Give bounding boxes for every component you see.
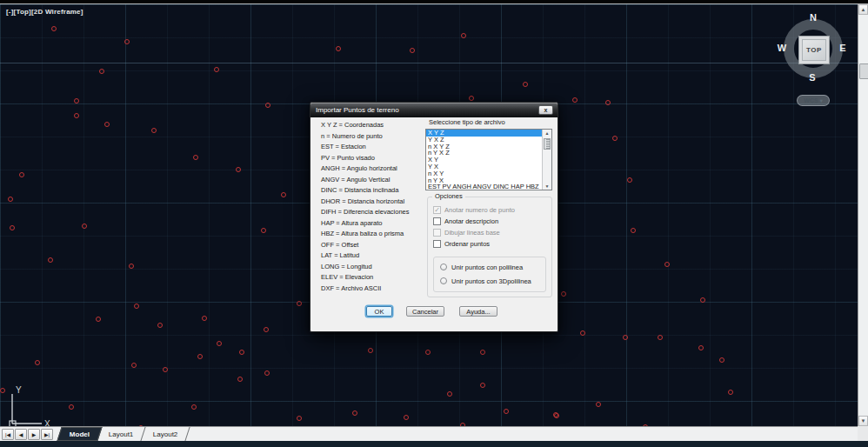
checkbox-label: Ordenar puntos: [444, 240, 490, 248]
viewcube-north-label[interactable]: N: [808, 12, 818, 23]
radio-label: Unir puntos con polilinea: [451, 264, 523, 271]
format-definition: HAP = Altura aparato: [321, 218, 424, 230]
checkbox-row[interactable]: Dibujar lineas base: [433, 228, 500, 237]
terrain-point: [163, 367, 168, 372]
scroll-down-icon[interactable]: ▼: [543, 183, 551, 190]
help-button[interactable]: Ayuda...: [459, 306, 497, 317]
terrain-point: [82, 224, 87, 229]
format-definition: DHOR = Distancia horizontal: [321, 197, 424, 208]
terrain-point: [69, 404, 74, 410]
tab-layout1[interactable]: Layout1: [97, 427, 147, 441]
checkbox-icon[interactable]: [433, 217, 441, 225]
viewcube-south-label[interactable]: S: [807, 72, 818, 83]
listbox-scrollbar[interactable]: ▲ ▼: [542, 130, 551, 190]
terrain-point: [480, 350, 485, 355]
terrain-point: [352, 410, 357, 416]
tab-layout2[interactable]: Layout2: [141, 427, 190, 441]
file-type-label: Seleccione tipo de archivo: [429, 118, 505, 126]
terrain-point: [281, 192, 286, 197]
format-definition: HBZ = Altura baliza o prisma: [321, 229, 424, 240]
terrain-point: [261, 228, 266, 233]
checkbox-row[interactable]: ✓Anotar numero de punto: [433, 205, 515, 214]
scroll-up-icon[interactable]: ▲: [543, 130, 551, 137]
terrain-point: [728, 390, 733, 395]
terrain-point: [469, 96, 474, 101]
terrain-point: [129, 264, 134, 269]
terrain-point: [336, 46, 341, 51]
file-type-option[interactable]: EST PV ANGH ANGV DINC HAP HBZ: [426, 183, 551, 190]
terrain-point: [580, 330, 585, 336]
terrain-point: [74, 98, 79, 103]
checkbox-icon[interactable]: [433, 229, 441, 237]
close-icon[interactable]: x: [538, 105, 553, 115]
scroll-up-icon[interactable]: ▲: [858, 4, 868, 15]
ucs-y-label: Y: [16, 385, 22, 395]
tab-nav-button[interactable]: ◀: [15, 429, 27, 440]
tab-nav-button[interactable]: |◀: [2, 429, 14, 440]
format-definition: DXF = Archivo ASCII: [321, 284, 424, 295]
tab-nav-button[interactable]: ▶|: [41, 429, 53, 440]
terrain-point: [425, 350, 431, 355]
cancel-button[interactable]: Cancelar: [406, 306, 444, 317]
viewcube-west-label[interactable]: W: [777, 43, 787, 53]
layout-tab-bar: |◀◀▶▶| ModelLayout1Layout2: [0, 426, 868, 441]
terrain-point: [368, 348, 373, 353]
terrain-point: [480, 383, 485, 388]
import-terrain-points-dialog: Importar Puntos de terreno x X Y Z = Coo…: [310, 102, 558, 332]
radio-row[interactable]: Unir puntos con 3Dpolilinea: [440, 277, 531, 285]
terrain-point: [131, 363, 137, 368]
scroll-down-icon[interactable]: ▼: [858, 416, 868, 426]
format-definition: ELEV = Elevacion: [321, 272, 424, 284]
terrain-point: [523, 82, 528, 87]
terrain-point: [236, 167, 241, 172]
format-definition: X Y Z = Coordenadas: [321, 120, 424, 131]
file-type-option[interactable]: Y X: [426, 163, 551, 170]
tab-nav-button[interactable]: ▶: [28, 429, 40, 440]
terrain-point: [202, 316, 207, 321]
terrain-point: [265, 103, 270, 108]
file-type-listbox[interactable]: X Y ZY X Zn X Y Zn Y X ZX YY Xn X Yn Y X…: [425, 129, 552, 190]
file-type-option-selected[interactable]: X Y Z: [426, 130, 551, 137]
vertical-scrollbar[interactable]: ▲ ▼: [858, 4, 868, 426]
terrain-point: [631, 228, 636, 233]
checkbox-row[interactable]: Anotar descripcion: [433, 217, 498, 225]
terrain-point: [239, 350, 244, 355]
terrain-point: [623, 335, 628, 340]
viewcube-east-label[interactable]: E: [838, 43, 848, 53]
viewport-controls-label[interactable]: [-][Top][2D Wireframe]: [6, 8, 83, 16]
terrain-point: [10, 225, 15, 230]
radio-row[interactable]: Unir puntos con polilinea: [440, 263, 523, 271]
file-type-option[interactable]: n Y X Z: [426, 150, 551, 157]
radio-icon[interactable]: [440, 264, 447, 270]
checkbox-icon[interactable]: ✓: [433, 206, 441, 214]
terrain-point: [297, 416, 302, 421]
radio-icon[interactable]: [440, 277, 447, 284]
checkbox-row[interactable]: Ordenar puntos: [433, 239, 490, 248]
terrain-point: [658, 335, 663, 340]
tab-model[interactable]: Model: [57, 427, 102, 441]
viewcube-top-face[interactable]: TOP: [798, 36, 830, 64]
dialog-title-bar[interactable]: Importar Puntos de terreno: [310, 103, 558, 117]
format-definition: n = Numero de punto: [321, 131, 424, 143]
wcs-dropdown-button[interactable]: WCS ▾: [797, 95, 830, 106]
file-type-option[interactable]: n X Y: [426, 170, 551, 177]
format-definition: OFF = Offset: [321, 240, 424, 251]
grid-major-line: [0, 63, 858, 63]
checkbox-icon[interactable]: [433, 240, 441, 248]
file-type-items: X Y ZY X Zn X Y Zn Y X ZX YY Xn X Yn Y X…: [426, 130, 551, 190]
terrain-point: [217, 341, 222, 346]
terrain-point: [264, 370, 270, 376]
tab-navigation-buttons: |◀◀▶▶|: [0, 429, 53, 440]
listbox-scrollbar-thumb[interactable]: [544, 138, 551, 150]
checkbox-label: Anotar numero de punto: [444, 206, 515, 214]
terrain-point: [700, 297, 705, 303]
format-definition: LONG = Longitud: [321, 262, 424, 273]
file-type-option[interactable]: X Y: [426, 157, 551, 163]
wcs-label: WCS: [804, 97, 818, 103]
terrain-point: [612, 136, 618, 141]
ok-button[interactable]: OK: [366, 306, 392, 317]
format-definition: LAT = Latitud: [321, 250, 424, 262]
terrain-point: [297, 301, 302, 306]
vertical-scrollbar-thumb[interactable]: [859, 63, 868, 79]
terrain-point: [404, 415, 409, 420]
